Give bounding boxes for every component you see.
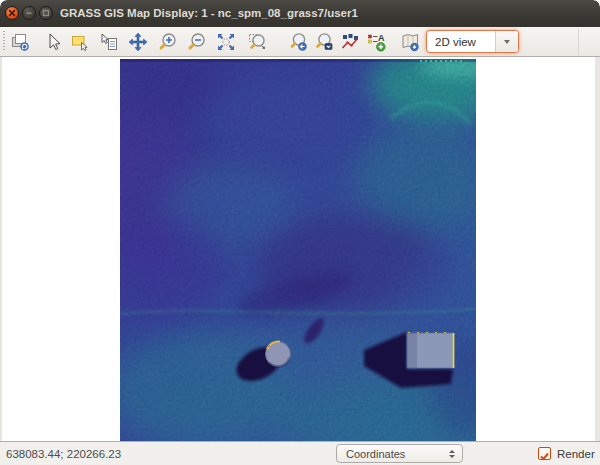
zoom-in-button[interactable] [156,30,180,54]
view-mode-select[interactable]: 2D view [426,30,519,53]
zoom-region-button[interactable] [245,30,269,54]
query-button[interactable] [97,30,121,54]
render-map-icon [10,32,30,52]
window-title: GRASS GIS Map Display: 1 - nc_spm_08_gra… [60,0,358,27]
add-overlay-icon: A [366,32,386,52]
zoom-extent-icon [216,32,236,52]
toolbar-grip[interactable] [3,31,5,52]
pan-icon [128,32,148,52]
statusbar-mode-select[interactable]: Coordinates [336,444,463,463]
pointer-icon [44,32,64,52]
zoom-extent-button[interactable] [214,30,238,54]
zoom-out-button[interactable] [185,30,209,54]
analyze-icon [340,32,360,52]
zoom-out-icon [187,32,207,52]
coordinate-readout: 638083.44; 220266.23 [6,442,121,465]
view-mode-value: 2D view [427,36,495,48]
minimize-button[interactable] [22,6,36,20]
zoom-in-icon [158,32,178,52]
select-features-icon [70,32,90,52]
chevron-down-icon [504,40,510,47]
render-map-button[interactable] [8,30,32,54]
close-icon [8,9,16,17]
zoom-back-button[interactable] [286,30,310,54]
pointer-button[interactable] [42,30,66,54]
grass-map-display-window: GRASS GIS Map Display: 1 - nc_spm_08_gra… [0,0,600,465]
spinner-icon [449,447,462,461]
zoom-back-icon [288,32,308,52]
minimize-icon [25,9,33,17]
maximize-button[interactable] [39,6,53,20]
add-overlay-button[interactable]: A [364,30,388,54]
map-display-canvas[interactable] [2,57,595,441]
elevation-raster-image [120,59,476,441]
statusbar-mode-value: Coordinates [337,448,449,460]
render-checkbox-label: Render [557,442,595,465]
zoom-options-icon [314,32,334,52]
toolbar-separator [578,29,579,55]
pan-button[interactable] [126,30,150,54]
view-mode-dropdown-button[interactable] [495,31,518,52]
titlebar: GRASS GIS Map Display: 1 - nc_spm_08_gra… [0,0,600,27]
zoom-region-icon [247,32,267,52]
close-button[interactable] [5,6,19,20]
checkmark-icon [539,451,550,462]
render-checkbox[interactable] [538,447,551,460]
analyze-button[interactable] [338,30,362,54]
statusbar: 638083.44; 220266.23 Coordinates Render [0,441,600,465]
print-save-button[interactable] [398,30,422,54]
query-icon [99,32,119,52]
select-features-button[interactable] [68,30,92,54]
map-toolbar: A 2D view [0,27,600,57]
maximize-icon [42,9,50,17]
svg-text:A: A [378,33,385,43]
print-save-icon [400,32,420,52]
zoom-options-button[interactable] [312,30,336,54]
